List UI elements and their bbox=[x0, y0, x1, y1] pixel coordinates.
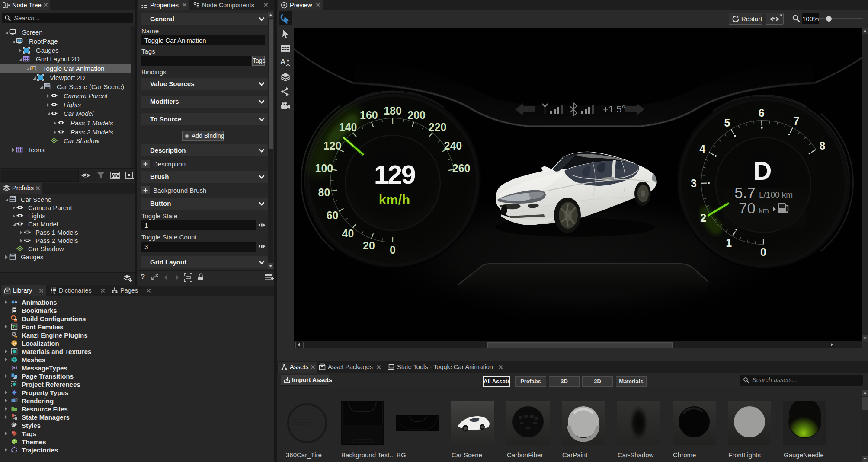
svg-text:4: 4 bbox=[699, 143, 705, 155]
svg-text:100: 100 bbox=[315, 162, 333, 174]
svg-text:20: 20 bbox=[363, 239, 375, 252]
svg-text:3: 3 bbox=[691, 177, 697, 189]
svg-text:+1.5°: +1.5° bbox=[603, 104, 625, 115]
svg-text:2: 2 bbox=[700, 212, 706, 224]
svg-text:7: 7 bbox=[793, 115, 799, 127]
svg-text:180: 180 bbox=[384, 105, 402, 117]
svg-text:0: 0 bbox=[760, 246, 766, 258]
svg-text:129: 129 bbox=[374, 160, 415, 189]
svg-text:8: 8 bbox=[820, 140, 826, 152]
svg-text:D: D bbox=[753, 156, 772, 185]
svg-text:1: 1 bbox=[726, 237, 732, 249]
svg-text:140: 140 bbox=[339, 121, 357, 133]
svg-text:200: 200 bbox=[407, 109, 426, 121]
svg-text:5.7: 5.7 bbox=[734, 184, 756, 201]
svg-text:60: 60 bbox=[327, 209, 339, 221]
svg-text:km: km bbox=[759, 207, 769, 215]
svg-text:240: 240 bbox=[444, 140, 462, 152]
svg-text:80: 80 bbox=[318, 186, 330, 198]
svg-text:T: T bbox=[15, 326, 17, 330]
svg-text:5: 5 bbox=[724, 117, 730, 129]
svg-text:A: A bbox=[280, 57, 285, 66]
svg-text:40: 40 bbox=[342, 227, 354, 239]
svg-text:0: 0 bbox=[390, 244, 396, 256]
svg-text:km/h: km/h bbox=[379, 192, 410, 207]
svg-text:120: 120 bbox=[323, 140, 342, 152]
svg-text:70: 70 bbox=[739, 200, 756, 217]
svg-text:220: 220 bbox=[429, 121, 447, 133]
svg-text:L/100 km: L/100 km bbox=[759, 190, 793, 199]
svg-text:160: 160 bbox=[360, 109, 378, 121]
svg-text:6: 6 bbox=[759, 107, 765, 119]
svg-text:260: 260 bbox=[452, 162, 471, 174]
